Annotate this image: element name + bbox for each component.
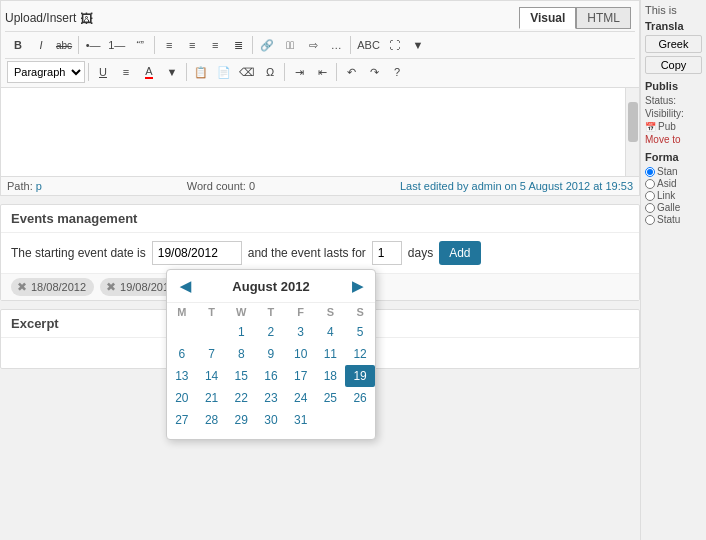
kitchensink-btn[interactable]: ▼ bbox=[407, 34, 429, 56]
cal-day[interactable]: 21 bbox=[197, 387, 227, 409]
cal-day[interactable]: 26 bbox=[345, 387, 375, 409]
text-color-btn[interactable]: A bbox=[138, 61, 160, 83]
cal-day[interactable]: 16 bbox=[256, 365, 286, 387]
cal-day[interactable]: 9 bbox=[256, 343, 286, 365]
cal-day[interactable]: 6 bbox=[167, 343, 197, 365]
cal-day[interactable]: 8 bbox=[226, 343, 256, 365]
align-left2-btn[interactable]: ≡ bbox=[115, 61, 137, 83]
paste-btn[interactable]: 📋 bbox=[190, 61, 212, 83]
remove-event-2[interactable]: ✖ bbox=[106, 280, 116, 294]
cal-day[interactable]: 22 bbox=[226, 387, 256, 409]
bold-btn[interactable]: B bbox=[7, 34, 29, 56]
toolbar-top: Upload/Insert 🖼 Visual HTML bbox=[5, 3, 635, 31]
ol-btn[interactable]: 1— bbox=[105, 34, 128, 56]
cal-day[interactable]: 2 bbox=[256, 321, 286, 343]
cal-day[interactable]: 13 bbox=[167, 365, 197, 387]
upload-insert[interactable]: Upload/Insert 🖼 bbox=[5, 11, 93, 26]
justify-btn[interactable]: ≣ bbox=[227, 34, 249, 56]
editor-area[interactable] bbox=[0, 87, 640, 177]
undo-btn[interactable]: ↶ bbox=[340, 61, 362, 83]
start-date-input[interactable] bbox=[152, 241, 242, 265]
outdent-btn[interactable]: ⇤ bbox=[311, 61, 333, 83]
cal-day[interactable]: 4 bbox=[316, 321, 346, 343]
cal-day[interactable]: 15 bbox=[226, 365, 256, 387]
editor-content[interactable] bbox=[1, 88, 639, 168]
cal-day[interactable]: 23 bbox=[256, 387, 286, 409]
cal-day[interactable]: 27 bbox=[167, 409, 197, 431]
event-chip-1-date: 18/08/2012 bbox=[31, 281, 86, 293]
add-event-btn[interactable]: Add bbox=[439, 241, 480, 265]
this-is-label: This is bbox=[645, 4, 702, 16]
cal-day[interactable] bbox=[316, 409, 346, 431]
blockquote-btn[interactable]: “” bbox=[129, 34, 151, 56]
spellcheck-btn[interactable]: ABC bbox=[354, 34, 383, 56]
cal-day[interactable]: 28 bbox=[197, 409, 227, 431]
help-btn[interactable]: ? bbox=[386, 61, 408, 83]
strikethrough-btn[interactable]: abc bbox=[53, 34, 75, 56]
cal-day[interactable]: 19 bbox=[345, 365, 375, 387]
more-btn[interactable]: … bbox=[325, 34, 347, 56]
cal-day[interactable]: 7 bbox=[197, 343, 227, 365]
cal-day[interactable] bbox=[167, 321, 197, 343]
cal-day[interactable]: 25 bbox=[316, 387, 346, 409]
tab-visual[interactable]: Visual bbox=[519, 7, 576, 29]
cal-day[interactable]: 3 bbox=[286, 321, 316, 343]
format-statu-radio[interactable] bbox=[645, 215, 655, 225]
cal-day[interactable]: 12 bbox=[345, 343, 375, 365]
indent-btn[interactable]: ⇥ bbox=[288, 61, 310, 83]
tab-html[interactable]: HTML bbox=[576, 7, 631, 29]
main-content: Upload/Insert 🖼 Visual HTML B I abc •— 1… bbox=[0, 0, 640, 540]
paragraph-select[interactable]: Paragraph bbox=[7, 61, 85, 83]
cal-day[interactable]: 17 bbox=[286, 365, 316, 387]
move-to-btn[interactable]: Move to bbox=[645, 134, 702, 145]
paste-text-btn[interactable]: 📄 bbox=[213, 61, 235, 83]
cal-day[interactable]: 11 bbox=[316, 343, 346, 365]
cal-day[interactable] bbox=[197, 321, 227, 343]
cal-prev-btn[interactable]: ◀ bbox=[175, 276, 195, 296]
format-galle-row: Galle bbox=[645, 202, 702, 213]
format-stan-radio[interactable] bbox=[645, 167, 655, 177]
unlink-btn[interactable]: 🔗⃠ bbox=[279, 34, 301, 56]
editor-scrollbar[interactable] bbox=[625, 88, 639, 176]
format-link-radio[interactable] bbox=[645, 191, 655, 201]
remove-event-1[interactable]: ✖ bbox=[17, 280, 27, 294]
align-right-btn[interactable]: ≡ bbox=[204, 34, 226, 56]
cal-day[interactable] bbox=[345, 409, 375, 431]
events-header: Events management bbox=[1, 205, 639, 233]
starting-label: The starting event date is bbox=[11, 246, 146, 260]
sep3 bbox=[252, 36, 253, 54]
special-char-btn[interactable]: Ω bbox=[259, 61, 281, 83]
cal-day[interactable]: 29 bbox=[226, 409, 256, 431]
redo-btn[interactable]: ↷ bbox=[363, 61, 385, 83]
italic-btn[interactable]: I bbox=[30, 34, 52, 56]
align-left-btn[interactable]: ≡ bbox=[158, 34, 180, 56]
cal-day[interactable]: 10 bbox=[286, 343, 316, 365]
cal-day[interactable]: 30 bbox=[256, 409, 286, 431]
cal-day[interactable]: 1 bbox=[226, 321, 256, 343]
translate-section: Transla Greek Copy bbox=[645, 20, 702, 74]
color-picker-btn[interactable]: ▼ bbox=[161, 61, 183, 83]
fullscreen-btn[interactable]: ⛶ bbox=[384, 34, 406, 56]
format-galle-radio[interactable] bbox=[645, 203, 655, 213]
insert-btn[interactable]: ⇨ bbox=[302, 34, 324, 56]
cal-day[interactable]: 14 bbox=[197, 365, 227, 387]
format-title: Forma bbox=[645, 151, 702, 163]
underline-btn[interactable]: U bbox=[92, 61, 114, 83]
cal-day[interactable]: 20 bbox=[167, 387, 197, 409]
col-f: F bbox=[286, 303, 316, 321]
last-edited: Last edited by admin on 5 August 2012 at… bbox=[400, 180, 633, 192]
days-input[interactable] bbox=[372, 241, 402, 265]
remove-format-btn[interactable]: ⌫ bbox=[236, 61, 258, 83]
align-center-btn[interactable]: ≡ bbox=[181, 34, 203, 56]
ul-btn[interactable]: •— bbox=[82, 34, 104, 56]
cal-day[interactable]: 24 bbox=[286, 387, 316, 409]
cal-next-btn[interactable]: ▶ bbox=[347, 276, 367, 296]
copy-btn[interactable]: Copy bbox=[645, 56, 702, 74]
link-btn[interactable]: 🔗 bbox=[256, 34, 278, 56]
greek-btn[interactable]: Greek bbox=[645, 35, 702, 53]
cal-day[interactable]: 5 bbox=[345, 321, 375, 343]
cal-day[interactable]: 31 bbox=[286, 409, 316, 431]
format-asid-radio[interactable] bbox=[645, 179, 655, 189]
cal-day[interactable]: 18 bbox=[316, 365, 346, 387]
path-value: p bbox=[36, 180, 42, 192]
